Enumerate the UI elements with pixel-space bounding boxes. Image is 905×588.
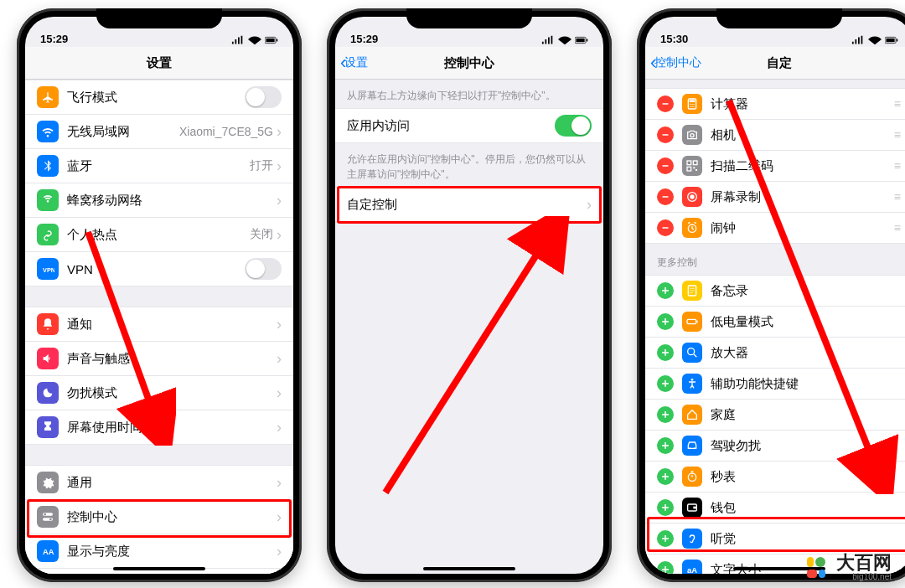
settings-row[interactable]: 无线局域网Xiaomi_7CE8_5G› [25, 115, 293, 149]
home-icon [682, 405, 702, 425]
settings-row[interactable]: 通用› [25, 466, 293, 500]
toggle[interactable] [245, 86, 282, 108]
back-label: 控制中心 [654, 55, 701, 70]
notch [96, 8, 222, 28]
control-row[interactable]: －相机≡ [645, 120, 905, 151]
remove-button[interactable]: － [657, 219, 674, 236]
svg-point-7 [49, 518, 52, 521]
add-button[interactable]: ＋ [657, 561, 674, 574]
svg-rect-37 [687, 161, 691, 165]
control-row[interactable]: ＋家庭 [645, 400, 905, 431]
toggle-in-app-access[interactable] [555, 115, 592, 137]
ear-icon [682, 529, 702, 549]
bluetooth-icon [37, 155, 59, 177]
svg-point-32 [693, 104, 694, 105]
phone-frame-2: 15:29 ‹设置 控制中心 从屏幕右上方边缘向下轻扫以打开"控制中心"。 应用… [327, 8, 612, 582]
wifi-icon [37, 121, 59, 142]
row-label: 通用 [67, 475, 277, 491]
row-detail: 打开 [250, 158, 273, 173]
add-button[interactable]: ＋ [657, 313, 674, 330]
status-time: 15:29 [350, 33, 378, 45]
settings-row[interactable]: 屏幕使用时间› [25, 410, 293, 444]
row-label: 秒表 [711, 469, 902, 485]
svg-point-53 [691, 379, 694, 381]
section-more-controls: 更多控制 [645, 244, 905, 275]
settings-row[interactable]: 声音与触感› [25, 342, 293, 376]
status-indicators [851, 35, 898, 45]
row-customize-controls[interactable]: 自定控制 › [335, 188, 603, 222]
settings-row[interactable]: AA显示与亮度› [25, 534, 293, 569]
drag-handle-icon[interactable]: ≡ [894, 97, 902, 111]
home-indicator [423, 567, 515, 570]
row-label: 声音与触感 [67, 351, 277, 367]
row-label: 通知 [67, 317, 277, 333]
settings-row[interactable]: 勿扰模式› [25, 376, 293, 410]
settings-row[interactable]: VPNVPN [25, 252, 293, 286]
battery-icon [682, 312, 702, 332]
camera-icon [682, 125, 702, 145]
add-button[interactable]: ＋ [657, 344, 674, 361]
settings-row[interactable]: 蓝牙打开› [25, 149, 293, 183]
status-indicators [541, 35, 588, 45]
remove-button[interactable]: － [657, 188, 674, 205]
chevron-icon: › [277, 316, 282, 333]
aa-icon: AA [37, 540, 59, 562]
add-button[interactable]: ＋ [657, 499, 674, 516]
control-row[interactable]: ＋备忘录 [645, 276, 905, 307]
notch [716, 8, 842, 28]
moon-icon [37, 382, 59, 404]
settings-row[interactable]: 通知› [25, 307, 293, 342]
screen-2: 15:29 ‹设置 控制中心 从屏幕右上方边缘向下轻扫以打开"控制中心"。 应用… [335, 17, 603, 574]
control-row[interactable]: －闹钟≡ [645, 213, 905, 243]
add-button[interactable]: ＋ [657, 437, 674, 454]
remove-button[interactable]: － [657, 95, 674, 112]
settings-row[interactable]: 控制中心› [25, 500, 293, 534]
airplane-icon [37, 86, 59, 108]
drag-handle-icon[interactable]: ≡ [894, 221, 902, 235]
phone-frame-3: 15:30 ‹控制中心 自定 －计算器≡－相机≡－扫描二维码≡－屏幕录制≡－闹钟… [637, 8, 905, 582]
back-button[interactable]: ‹设置 [340, 54, 368, 72]
control-row[interactable]: －计算器≡ [645, 89, 905, 120]
svg-point-43 [690, 194, 694, 199]
record-icon [682, 187, 702, 207]
control-row[interactable]: ＋放大器 [645, 338, 905, 369]
control-row[interactable]: ＋钱包 [645, 493, 905, 524]
control-row[interactable]: ＋驾驶勿扰 [645, 431, 905, 462]
remove-button[interactable]: － [657, 126, 674, 143]
control-row[interactable]: ＋秒表 [645, 462, 905, 493]
chevron-icon: › [277, 384, 282, 402]
control-row[interactable]: ＋听觉 [645, 524, 905, 554]
toggle[interactable] [245, 258, 282, 280]
customize-content[interactable]: －计算器≡－相机≡－扫描二维码≡－屏幕录制≡－闹钟≡ 更多控制 ＋备忘录＋低电量… [645, 80, 905, 574]
add-button[interactable]: ＋ [657, 282, 674, 299]
drag-handle-icon[interactable]: ≡ [894, 159, 902, 173]
row-label: 应用内访问 [347, 118, 555, 134]
settings-row[interactable]: 个人热点关闭› [25, 218, 293, 252]
control-row[interactable]: ＋辅助功能快捷键 [645, 369, 905, 400]
drag-handle-icon[interactable]: ≡ [894, 128, 902, 142]
add-button[interactable]: ＋ [657, 468, 674, 485]
drag-handle-icon[interactable]: ≡ [894, 190, 902, 204]
add-button[interactable]: ＋ [657, 406, 674, 423]
row-label: 显示与亮度 [67, 544, 277, 560]
control-center-content[interactable]: 从屏幕右上方边缘向下轻扫以打开"控制中心"。 应用内访问 允许在应用内访问"控制… [335, 80, 603, 574]
wallet-icon [682, 498, 702, 518]
control-row[interactable]: －扫描二维码≡ [645, 151, 905, 182]
row-label: 控制中心 [67, 509, 277, 525]
svg-rect-22 [576, 39, 584, 42]
settings-row[interactable]: 飞行模式 [25, 80, 293, 115]
settings-content[interactable]: 飞行模式无线局域网Xiaomi_7CE8_5G›蓝牙打开›蜂窝移动网络›个人热点… [25, 80, 293, 574]
nav-title: 自定 [767, 55, 792, 71]
add-button[interactable]: ＋ [657, 530, 674, 547]
add-button[interactable]: ＋ [657, 375, 674, 392]
row-label: 蓝牙 [67, 158, 250, 174]
hourglass-icon [37, 416, 59, 438]
row-label: 辅助功能快捷键 [711, 376, 902, 392]
settings-row[interactable]: 蜂窝移动网络› [25, 183, 293, 218]
row-in-app-access[interactable]: 应用内访问 [335, 109, 603, 142]
back-button[interactable]: ‹控制中心 [650, 54, 701, 72]
remove-button[interactable]: － [657, 157, 674, 174]
control-row[interactable]: －屏幕录制≡ [645, 182, 905, 213]
stopwatch-icon [682, 467, 702, 487]
control-row[interactable]: ＋低电量模式 [645, 307, 905, 338]
